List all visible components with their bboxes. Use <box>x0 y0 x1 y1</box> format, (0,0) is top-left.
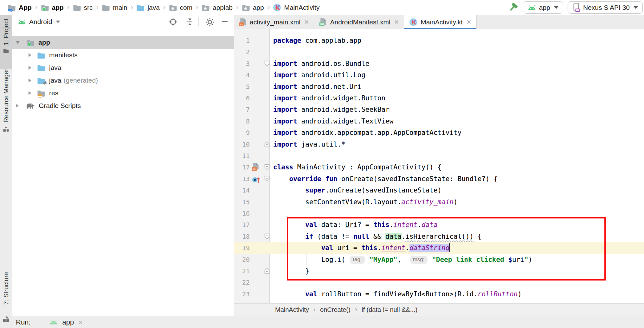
folder-module-icon <box>41 4 49 11</box>
line-number: 10 <box>234 139 250 150</box>
breadcrumb-item-com[interactable]: com <box>169 4 193 11</box>
project-tree: app manifests java ✱ java (generated) re… <box>12 28 234 112</box>
code-breadcrumb-item[interactable]: onCreate() <box>320 306 351 313</box>
code-line-text: class MainActivity : AppCompatActivity()… <box>273 161 441 173</box>
fold-marker-down-icon[interactable] <box>264 233 270 239</box>
fold-marker-up-icon[interactable] <box>264 268 270 274</box>
editor-tab-mainactivity-kt[interactable]: MainActivity.kt × <box>404 15 476 29</box>
code-line-row[interactable]: 19 val uri = this.intent.dataString <box>234 242 644 254</box>
fold-marker-down-icon[interactable] <box>264 60 270 66</box>
fold-marker-up-icon[interactable] <box>264 141 270 147</box>
code-line-row[interactable]: 2 <box>234 46 644 58</box>
code-line-row[interactable]: 4 import android.util.Log <box>234 69 644 81</box>
run-tool-window-bar: Run: app × <box>12 316 644 328</box>
line-number: 17 <box>234 219 250 231</box>
android-studio-window: App › app › src › main › java › com › ap… <box>0 0 644 328</box>
tree-item-java[interactable]: java <box>12 61 234 74</box>
breadcrumb-item-applab[interactable]: applab <box>202 4 233 11</box>
code-line-row[interactable]: 17 val data: Uri? = this.intent.data <box>234 219 644 231</box>
fold-marker-down-icon[interactable] <box>264 164 270 170</box>
expand-arrow-icon[interactable] <box>16 41 20 44</box>
close-icon[interactable]: × <box>394 18 399 26</box>
expand-arrow-icon[interactable] <box>16 104 19 108</box>
device-select[interactable]: Nexus S API 30 <box>568 1 643 14</box>
tool-strip-tab-project[interactable]: 1: Project <box>0 15 12 69</box>
code-line-text: override fun onCreate(savedInstanceState… <box>273 173 498 185</box>
layout-file-gutter-icon[interactable]: <> <box>252 163 259 172</box>
code-line-row[interactable]: 7 import android.widget.SeekBar <box>234 104 644 116</box>
device-phone-icon <box>572 3 580 13</box>
build-hammer-icon[interactable] <box>508 2 518 13</box>
code-line-row[interactable]: 22 <box>234 277 644 288</box>
folder-source-icon <box>37 65 45 71</box>
code-line-row[interactable]: 1 package com.applab.app <box>234 35 644 47</box>
code-line-text: import androidx.appcompat.app.AppCompatA… <box>273 127 461 139</box>
code-line-row[interactable]: 8 import android.widget.TextView <box>234 116 644 127</box>
expand-arrow-icon[interactable] <box>29 53 31 57</box>
folder-source-icon <box>136 4 145 11</box>
editor-tab-bar: <> activity_main.xml × MF AndroidManifes… <box>234 15 644 29</box>
expand-arrow-icon[interactable] <box>29 79 31 82</box>
tree-item-manifests[interactable]: manifests <box>12 49 234 61</box>
fold-marker-down-icon[interactable] <box>264 176 270 182</box>
breadcrumb-item-mainactivity[interactable]: MainActivity <box>273 3 319 12</box>
structure-squares-icon[interactable] <box>2 315 10 322</box>
code-breadcrumb-item[interactable]: MainActivity <box>275 306 309 313</box>
breadcrumb-item-app[interactable]: App <box>8 4 32 11</box>
run-configuration-select[interactable]: app <box>523 1 563 14</box>
code-line-row[interactable]: 5 import android.net.Uri <box>234 81 644 93</box>
close-icon[interactable]: × <box>304 18 309 26</box>
code-breadcrumb-item[interactable]: if (data != null &&...) <box>362 306 417 313</box>
collapse-all-icon[interactable] <box>186 18 194 26</box>
code-line-text: import android.util.Log <box>273 69 365 81</box>
breadcrumb-separator: › <box>355 306 357 314</box>
code-line-row[interactable]: 16 <box>234 208 644 219</box>
code-line-row[interactable]: 12 <> class MainActivity : AppCompatActi… <box>234 161 644 173</box>
folder-package-icon <box>242 4 250 11</box>
hide-minus-icon[interactable] <box>221 16 229 27</box>
project-view-title[interactable]: Android <box>29 18 52 26</box>
breadcrumb-item-src[interactable]: src <box>73 4 93 11</box>
code-line-row[interactable]: 20 Log.i( tag: "MyApp", msg: "Deep link … <box>234 254 644 266</box>
code-line-row[interactable]: 11 <box>234 150 644 162</box>
editor-tab-androidmanifest-xml[interactable]: MF AndroidManifest.xml × <box>314 15 404 29</box>
code-line-row[interactable]: 6 import android.widget.Button <box>234 92 644 104</box>
code-line-row[interactable]: 9 import androidx.appcompat.app.AppCompa… <box>234 127 644 139</box>
project-panel: Android app manifests java ✱ java (gener… <box>12 15 234 316</box>
tree-item-java[interactable]: ✱ java (generated) <box>12 74 234 87</box>
tool-strip-tab-structure[interactable]: 7: Structure <box>0 268 12 319</box>
run-config-tab[interactable]: app <box>62 318 74 326</box>
folder-generated-icon: ✱ <box>37 77 45 84</box>
breadcrumb-item-app[interactable]: app <box>242 4 264 11</box>
code-editor[interactable]: 1 package com.applab.app 2 3 import andr… <box>234 29 644 318</box>
line-number: 14 <box>234 185 250 196</box>
code-line-row[interactable]: 3 import android.os.Bundle <box>234 58 644 70</box>
code-line-row[interactable]: 21 } <box>234 265 644 277</box>
android-head-icon <box>528 5 536 10</box>
tree-item-app[interactable]: app <box>12 36 234 49</box>
code-line-text: super.onCreate(savedInstanceState) <box>273 185 441 196</box>
settings-gear-icon[interactable] <box>205 18 214 27</box>
breadcrumb-item-main[interactable]: main <box>102 4 127 11</box>
code-line-row[interactable]: 14 super.onCreate(savedInstanceState) <box>234 185 644 196</box>
code-line-row[interactable]: 10 import java.util.* <box>234 139 644 150</box>
tree-item-res[interactable]: res <box>12 87 234 99</box>
code-line-row[interactable]: 18 if (data != null && data.isHierarchic… <box>234 231 644 243</box>
breadcrumb-separator: › <box>96 4 99 10</box>
close-icon[interactable]: × <box>78 318 82 327</box>
folder-module-icon <box>26 39 35 46</box>
kotlin-file-icon <box>409 18 417 26</box>
breadcrumb-item-app[interactable]: app <box>41 4 64 11</box>
tree-item-gradle-scripts[interactable]: Gradle Scripts <box>12 99 234 112</box>
code-line-row[interactable]: 23 val rollButton = findViewById<Button>… <box>234 288 644 300</box>
code-line-row[interactable]: 15 setContentView(R.layout.activity_main… <box>234 196 644 208</box>
locate-crosshair-icon[interactable] <box>169 18 177 26</box>
code-line-row[interactable]: 13 override fun onCreate(savedInstanceSt… <box>234 173 644 185</box>
editor-tab-activity-main-xml[interactable]: <> activity_main.xml × <box>234 15 314 29</box>
breadcrumb-item-java[interactable]: java <box>136 4 160 11</box>
expand-arrow-icon[interactable] <box>29 91 31 95</box>
tool-strip-tab-resource-manager[interactable]: Resource Manager <box>0 65 12 170</box>
expand-arrow-icon[interactable] <box>29 66 31 70</box>
close-icon[interactable]: × <box>467 18 471 26</box>
override-method-gutter-icon[interactable] <box>252 174 261 183</box>
